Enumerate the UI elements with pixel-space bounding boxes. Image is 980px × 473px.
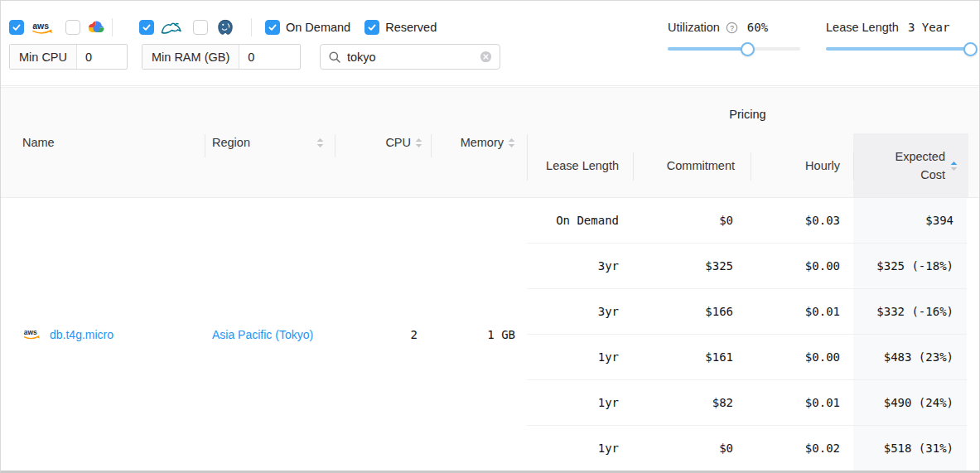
pricing-hourly: $0.01 xyxy=(751,289,853,334)
sort-icon xyxy=(415,138,422,148)
pricing-hourly: $0.00 xyxy=(751,335,853,379)
utilization-slider-group: Utilization ? 60% xyxy=(668,19,800,51)
column-header-name: Name xyxy=(22,88,55,197)
utilization-slider[interactable] xyxy=(668,47,800,51)
checkmark-icon xyxy=(367,22,377,32)
aws-provider-icon: aws xyxy=(22,327,42,341)
search-input[interactable] xyxy=(347,51,474,64)
pricing-expected-cost: $325 (-18%) xyxy=(853,244,967,288)
pricing-commitment: $161 xyxy=(633,335,751,379)
pricing-hourly: $0.03 xyxy=(751,198,853,243)
svg-text:aws: aws xyxy=(24,328,37,336)
lease-length-slider-thumb[interactable] xyxy=(963,42,978,56)
column-header-commitment[interactable]: Commitment xyxy=(633,133,751,198)
utilization-label: Utilization xyxy=(668,21,720,34)
instance-memory-cell: 1 GB xyxy=(431,198,527,471)
pricing-row-1yr: 1yr $82 $0.01 $490 (24%) xyxy=(527,379,967,425)
pricing-expected-cost: $518 (31%) xyxy=(853,426,967,471)
instance-region-link[interactable]: Asia Pacific (Tokyo) xyxy=(212,328,313,341)
reserved-label: Reserved xyxy=(385,21,437,34)
pricing-commitment: $0 xyxy=(633,426,751,471)
help-icon[interactable]: ? xyxy=(726,22,738,34)
gcp-filter-checkbox[interactable] xyxy=(65,20,80,35)
lease-length-slider[interactable] xyxy=(826,47,970,51)
sort-asc-active-icon xyxy=(950,161,958,171)
pricing-commitment: $325 xyxy=(633,244,751,288)
lease-length-label: Lease Length xyxy=(826,21,899,34)
column-header-expected-cost-label: Expected Cost xyxy=(887,147,945,184)
header-divider xyxy=(527,152,528,181)
column-header-cpu[interactable]: CPU xyxy=(335,88,431,197)
instance-cpu-cell: 2 xyxy=(335,198,431,471)
mysql-filter-checkbox[interactable] xyxy=(139,20,154,35)
pricing-row-3yr: 3yr $166 $0.01 $332 (-16%) xyxy=(527,288,967,334)
min-cpu-control: Min CPU xyxy=(9,44,128,70)
min-ram-input[interactable] xyxy=(239,45,282,69)
pricing-expected-cost: $490 (24%) xyxy=(853,380,967,425)
min-ram-control: Min RAM (GB) xyxy=(142,44,301,70)
gcp-logo-icon xyxy=(87,20,106,35)
pricing-row-1yr: 1yr $161 $0.00 $483 (23%) xyxy=(527,334,967,379)
clear-search-icon[interactable] xyxy=(480,51,492,63)
svg-text:?: ? xyxy=(730,23,734,31)
pricing-expected-cost: $483 (23%) xyxy=(853,335,967,379)
column-header-hourly[interactable]: Hourly xyxy=(751,133,853,198)
instance-name-cell: aws db.t4g.micro xyxy=(22,198,113,471)
utilization-value: 60% xyxy=(747,21,768,34)
min-cpu-input[interactable] xyxy=(77,45,120,69)
pricing-lease-length: 1yr xyxy=(527,426,633,471)
min-ram-label: Min RAM (GB) xyxy=(142,45,239,69)
search-icon xyxy=(328,51,341,64)
table-body: aws db.t4g.micro Asia Pacific (Tokyo) 2 … xyxy=(1,197,979,471)
column-header-memory-label: Memory xyxy=(461,136,504,149)
pricing-lease-length: 3yr xyxy=(527,244,633,288)
lease-length-slider-group: Lease Length 3 Year xyxy=(826,19,970,51)
column-header-memory[interactable]: Memory xyxy=(431,88,527,197)
pricing-row-3yr: 3yr $325 $0.00 $325 (-18%) xyxy=(527,243,967,288)
numeric-filter-row: Min CPU Min RAM (GB) xyxy=(9,44,500,70)
pricing-lease-length: 3yr xyxy=(527,289,633,334)
pricing-hourly: $0.01 xyxy=(751,380,853,425)
pricing-commitment: $82 xyxy=(633,380,751,425)
column-header-expected-cost[interactable]: Expected Cost xyxy=(853,133,968,198)
pricing-hourly: $0.02 xyxy=(751,426,853,471)
column-header-lease-length[interactable]: Lease Length xyxy=(527,133,633,198)
pricing-expected-cost: $394 xyxy=(853,198,967,243)
sort-icon xyxy=(316,138,324,148)
pricing-expected-cost: $332 (-16%) xyxy=(853,289,967,334)
search-box xyxy=(320,44,500,70)
slider-fill xyxy=(668,47,747,51)
svg-text:aws: aws xyxy=(32,20,49,30)
aws-filter-checkbox[interactable] xyxy=(9,20,24,35)
instance-region-cell: Asia Pacific (Tokyo) xyxy=(212,198,313,471)
pricing-hourly: $0.00 xyxy=(751,244,853,288)
mysql-logo-icon xyxy=(160,20,183,36)
utilization-slider-thumb[interactable] xyxy=(741,42,755,56)
reserved-checkbox[interactable] xyxy=(364,20,379,35)
postgresql-filter-checkbox[interactable] xyxy=(193,20,208,35)
pricing-lease-length: 1yr xyxy=(527,380,633,425)
table-header: Pricing Name Region CPU Memory Lease Len… xyxy=(1,87,979,197)
header-divider xyxy=(751,152,751,181)
header-divider xyxy=(853,152,854,181)
column-header-region[interactable]: Region xyxy=(205,88,335,197)
checkmark-icon xyxy=(12,22,22,32)
checkmark-icon xyxy=(142,22,152,32)
pricing-group-header: Pricing xyxy=(527,108,968,121)
lease-length-label-row: Lease Length 3 Year xyxy=(826,19,970,36)
min-cpu-label: Min CPU xyxy=(10,45,77,69)
column-header-cpu-label: CPU xyxy=(385,136,411,149)
checkmark-icon xyxy=(268,22,278,32)
header-divider xyxy=(431,134,432,157)
header-divider xyxy=(205,134,205,157)
on-demand-label: On Demand xyxy=(286,21,350,34)
on-demand-checkbox[interactable] xyxy=(265,20,280,35)
provider-filter-row: aws xyxy=(9,18,437,36)
instance-name-link[interactable]: db.t4g.micro xyxy=(50,328,113,341)
postgresql-logo-icon xyxy=(216,19,234,36)
filter-toolbar: aws xyxy=(1,1,979,86)
sort-icon xyxy=(508,138,515,148)
pricing-lease-length: 1yr xyxy=(527,335,633,379)
slider-fill xyxy=(826,47,970,51)
pricing-rows: On Demand $0 $0.03 $394 3yr $325 $0.00 $… xyxy=(527,198,967,471)
